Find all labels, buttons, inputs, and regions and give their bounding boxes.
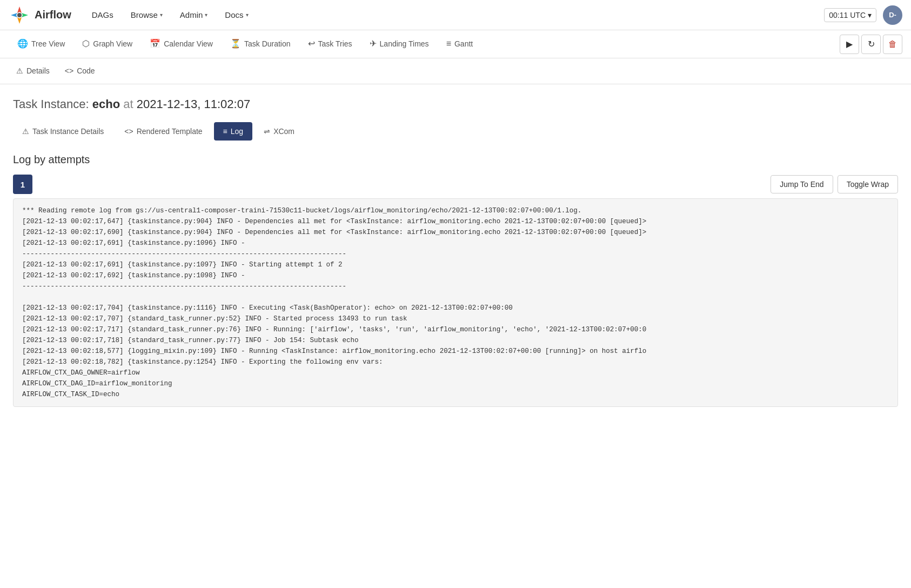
xcom-icon: ⇌ — [264, 127, 270, 136]
tab-landing-times-label: Landing Times — [380, 39, 429, 48]
subtab-task-instance-details-label: Task Instance Details — [32, 127, 104, 136]
subtab-rendered-template-label: Rendered Template — [137, 127, 203, 136]
attempt-badge[interactable]: 1 — [13, 175, 32, 194]
tab-calendar-view[interactable]: 📅 Calendar View — [141, 30, 222, 58]
subtab-xcom[interactable]: ⇌ XCom — [254, 122, 304, 141]
utc-clock[interactable]: 00:11 UTC ▾ — [824, 8, 876, 22]
code-icon: <> — [65, 66, 73, 75]
subtab-rendered-template[interactable]: <> Rendered Template — [115, 122, 211, 141]
tab-landing-times[interactable]: ✈ Landing Times — [361, 30, 438, 58]
tab-code-label: Code — [77, 66, 95, 75]
subtab-log[interactable]: ≡ Log — [214, 122, 253, 141]
tab-graph-view-label: Graph View — [93, 39, 132, 48]
nav-docs[interactable]: Docs ▾ — [217, 6, 256, 24]
tab-tree-view[interactable]: 🌐 Tree View — [9, 30, 73, 58]
subtab-xcom-label: XCom — [273, 127, 294, 136]
brand-logo[interactable]: Airflow — [9, 4, 71, 26]
tab-details-label: Details — [26, 66, 50, 75]
graph-view-icon: ⬡ — [82, 38, 90, 49]
second-tabs-bar: ⚠ Details <> Code — [0, 58, 911, 84]
task-tries-icon: ↩ — [308, 38, 315, 49]
nav-admin[interactable]: Admin ▾ — [172, 6, 216, 24]
tab-gantt[interactable]: ≡ Gantt — [438, 30, 482, 58]
play-button[interactable]: ▶ — [840, 35, 859, 54]
task-instance-details-icon: ⚠ — [22, 127, 29, 136]
browse-dropdown-arrow: ▾ — [160, 12, 163, 18]
landing-times-icon: ✈ — [370, 38, 377, 49]
admin-dropdown-arrow: ▾ — [205, 12, 207, 18]
tab-task-tries-label: Task Tries — [318, 39, 352, 48]
subtabs: ⚠ Task Instance Details <> Rendered Temp… — [13, 122, 898, 141]
tab-task-tries[interactable]: ↩ Task Tries — [299, 30, 361, 58]
tab-task-duration[interactable]: ⏳ Task Duration — [222, 30, 299, 58]
subtab-log-label: Log — [231, 127, 243, 136]
log-content[interactable]: *** Reading remote log from gs://us-cent… — [13, 198, 898, 407]
nav-docs-label: Docs — [225, 10, 243, 19]
main-content: Task Instance: echo at 2021-12-13, 11:02… — [0, 84, 911, 407]
log-section: Log by attempts 1 Jump To End Toggle Wra… — [13, 153, 898, 407]
nav-menu: DAGs Browse ▾ Admin ▾ Docs ▾ — [84, 6, 825, 24]
log-icon: ≡ — [223, 127, 227, 136]
toggle-wrap-button[interactable]: Toggle Wrap — [838, 175, 898, 193]
nav-admin-label: Admin — [180, 10, 203, 19]
delete-button[interactable]: 🗑 — [883, 35, 902, 54]
top-tabs-bar: 🌐 Tree View ⬡ Graph View 📅 Calendar View… — [0, 30, 911, 58]
airflow-logo-icon — [9, 4, 30, 26]
tab-calendar-view-label: Calendar View — [164, 39, 213, 48]
subtab-task-instance-details[interactable]: ⚠ Task Instance Details — [13, 122, 113, 141]
log-by-attempts-title: Log by attempts — [13, 153, 898, 166]
tab-code[interactable]: <> Code — [57, 58, 103, 84]
nav-dags[interactable]: DAGs — [84, 6, 121, 24]
nav-dags-label: DAGs — [92, 10, 113, 19]
nav-browse-label: Browse — [131, 10, 158, 19]
refresh-button[interactable]: ↻ — [861, 35, 881, 54]
utc-dropdown-arrow: ▾ — [868, 11, 872, 19]
tab-tree-view-label: Tree View — [31, 39, 65, 48]
details-icon: ⚠ — [16, 66, 23, 75]
user-initials: D- — [889, 11, 896, 19]
tab-task-duration-label: Task Duration — [244, 39, 291, 48]
task-instance-title: Task Instance: echo at 2021-12-13, 11:02… — [13, 97, 898, 111]
navbar-right: 00:11 UTC ▾ D- — [824, 5, 902, 25]
tab-graph-view[interactable]: ⬡ Graph View — [73, 30, 141, 58]
docs-dropdown-arrow: ▾ — [246, 12, 249, 18]
calendar-view-icon: 📅 — [150, 38, 160, 49]
tree-view-icon: 🌐 — [17, 38, 28, 49]
at-word: at — [123, 97, 133, 111]
log-controls: 1 Jump To End Toggle Wrap — [13, 175, 898, 194]
task-instance-prefix: Task Instance: — [13, 97, 89, 111]
task-name: echo — [92, 97, 120, 111]
utc-time-text: 00:11 UTC — [829, 11, 866, 19]
tab-details[interactable]: ⚠ Details — [9, 58, 57, 84]
log-action-buttons: Jump To End Toggle Wrap — [771, 175, 898, 193]
tab-gantt-label: Gantt — [454, 39, 473, 48]
svg-point-0 — [17, 13, 22, 17]
nav-browse[interactable]: Browse ▾ — [123, 6, 170, 24]
task-duration-icon: ⏳ — [230, 38, 241, 49]
navbar: Airflow DAGs Browse ▾ Admin ▾ Docs ▾ 00:… — [0, 0, 911, 30]
rendered-template-icon: <> — [124, 127, 133, 136]
gantt-icon: ≡ — [446, 39, 451, 49]
jump-to-end-button[interactable]: Jump To End — [771, 175, 833, 193]
app-name: Airflow — [35, 9, 71, 21]
user-avatar[interactable]: D- — [883, 5, 902, 25]
task-datetime: 2021-12-13, 11:02:07 — [137, 97, 250, 111]
top-tab-actions: ▶ ↻ 🗑 — [840, 35, 902, 54]
